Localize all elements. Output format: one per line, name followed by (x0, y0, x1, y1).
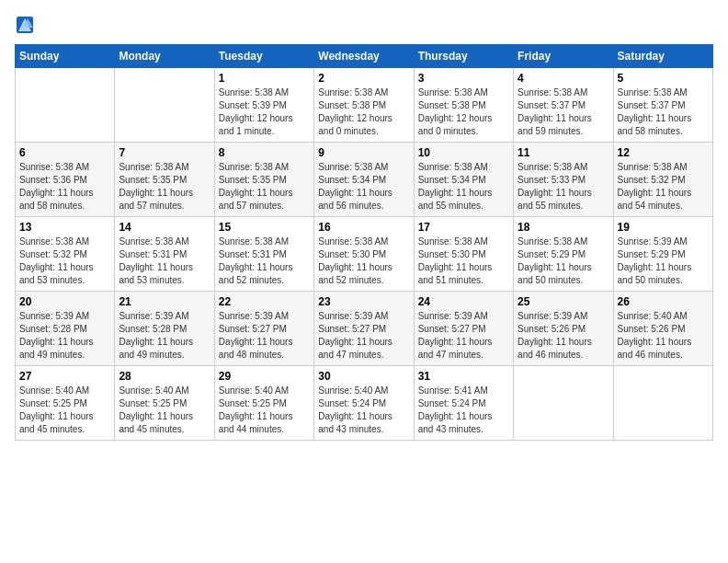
calendar-cell: 30Sunrise: 5:40 AM Sunset: 5:24 PM Dayli… (314, 366, 414, 441)
day-number: 8 (219, 146, 310, 159)
day-number: 26 (618, 295, 709, 308)
calendar-cell: 25Sunrise: 5:39 AM Sunset: 5:26 PM Dayli… (514, 292, 613, 366)
day-number: 31 (418, 370, 509, 383)
day-info: Sunrise: 5:40 AM Sunset: 5:24 PM Dayligh… (318, 385, 409, 436)
calendar-cell: 14Sunrise: 5:38 AM Sunset: 5:31 PM Dayli… (115, 217, 214, 292)
calendar-cell: 26Sunrise: 5:40 AM Sunset: 5:26 PM Dayli… (613, 292, 712, 366)
day-info: Sunrise: 5:38 AM Sunset: 5:35 PM Dayligh… (219, 161, 310, 213)
calendar-cell: 10Sunrise: 5:38 AM Sunset: 5:34 PM Dayli… (414, 143, 513, 217)
day-info: Sunrise: 5:40 AM Sunset: 5:25 PM Dayligh… (119, 385, 210, 436)
day-info: Sunrise: 5:38 AM Sunset: 5:38 PM Dayligh… (418, 86, 509, 138)
day-number: 2 (318, 72, 409, 85)
calendar-cell (115, 68, 214, 143)
day-info: Sunrise: 5:39 AM Sunset: 5:29 PM Dayligh… (618, 236, 709, 287)
day-info: Sunrise: 5:38 AM Sunset: 5:35 PM Dayligh… (119, 161, 210, 213)
day-number: 18 (518, 221, 609, 234)
calendar-cell: 9Sunrise: 5:38 AM Sunset: 5:34 PM Daylig… (314, 143, 414, 217)
calendar-weekday-header: Wednesday (314, 45, 414, 68)
day-number: 27 (19, 370, 110, 383)
day-number: 5 (618, 72, 709, 85)
day-info: Sunrise: 5:39 AM Sunset: 5:28 PM Dayligh… (19, 310, 110, 362)
calendar-cell: 5Sunrise: 5:38 AM Sunset: 5:37 PM Daylig… (613, 68, 712, 143)
calendar-cell: 15Sunrise: 5:38 AM Sunset: 5:31 PM Dayli… (214, 217, 313, 292)
calendar-cell: 12Sunrise: 5:38 AM Sunset: 5:32 PM Dayli… (613, 143, 712, 217)
calendar-cell: 28Sunrise: 5:40 AM Sunset: 5:25 PM Dayli… (115, 366, 214, 441)
day-info: Sunrise: 5:38 AM Sunset: 5:31 PM Dayligh… (119, 236, 210, 287)
calendar-week-row: 6Sunrise: 5:38 AM Sunset: 5:36 PM Daylig… (16, 143, 713, 217)
day-number: 17 (418, 221, 509, 234)
calendar-weekday-header: Sunday (16, 45, 115, 68)
day-number: 15 (219, 221, 310, 234)
day-info: Sunrise: 5:39 AM Sunset: 5:27 PM Dayligh… (418, 310, 509, 362)
day-info: Sunrise: 5:38 AM Sunset: 5:38 PM Dayligh… (318, 86, 409, 138)
day-info: Sunrise: 5:38 AM Sunset: 5:36 PM Dayligh… (19, 161, 110, 213)
day-number: 16 (318, 221, 409, 234)
calendar-cell: 27Sunrise: 5:40 AM Sunset: 5:25 PM Dayli… (16, 366, 115, 441)
calendar-cell: 24Sunrise: 5:39 AM Sunset: 5:27 PM Dayli… (414, 292, 513, 366)
day-number: 1 (219, 72, 310, 85)
day-info: Sunrise: 5:38 AM Sunset: 5:30 PM Dayligh… (318, 236, 409, 287)
calendar-cell: 1Sunrise: 5:38 AM Sunset: 5:39 PM Daylig… (214, 68, 313, 143)
day-number: 21 (119, 295, 210, 308)
calendar-week-row: 1Sunrise: 5:38 AM Sunset: 5:39 PM Daylig… (16, 68, 713, 143)
day-number: 12 (618, 146, 709, 159)
day-number: 4 (518, 72, 609, 85)
day-number: 28 (119, 370, 210, 383)
day-info: Sunrise: 5:39 AM Sunset: 5:27 PM Dayligh… (318, 310, 409, 362)
day-number: 30 (318, 370, 409, 383)
calendar-cell: 11Sunrise: 5:38 AM Sunset: 5:33 PM Dayli… (514, 143, 613, 217)
calendar-weekday-header: Thursday (414, 45, 513, 68)
day-info: Sunrise: 5:38 AM Sunset: 5:29 PM Dayligh… (518, 236, 609, 287)
calendar-cell: 21Sunrise: 5:39 AM Sunset: 5:28 PM Dayli… (115, 292, 214, 366)
day-info: Sunrise: 5:40 AM Sunset: 5:25 PM Dayligh… (219, 385, 310, 436)
calendar-body: 1Sunrise: 5:38 AM Sunset: 5:39 PM Daylig… (16, 68, 713, 441)
calendar-cell: 13Sunrise: 5:38 AM Sunset: 5:32 PM Dayli… (16, 217, 115, 292)
day-info: Sunrise: 5:39 AM Sunset: 5:28 PM Dayligh… (119, 310, 210, 362)
day-number: 7 (119, 146, 210, 159)
calendar-week-row: 27Sunrise: 5:40 AM Sunset: 5:25 PM Dayli… (16, 366, 713, 441)
calendar-cell: 20Sunrise: 5:39 AM Sunset: 5:28 PM Dayli… (16, 292, 115, 366)
day-number: 3 (418, 72, 509, 85)
day-info: Sunrise: 5:38 AM Sunset: 5:39 PM Dayligh… (219, 86, 310, 138)
day-info: Sunrise: 5:38 AM Sunset: 5:32 PM Dayligh… (19, 236, 110, 287)
day-info: Sunrise: 5:38 AM Sunset: 5:32 PM Dayligh… (618, 161, 709, 213)
day-info: Sunrise: 5:38 AM Sunset: 5:37 PM Dayligh… (518, 86, 609, 138)
day-info: Sunrise: 5:38 AM Sunset: 5:33 PM Dayligh… (518, 161, 609, 213)
calendar-cell: 2Sunrise: 5:38 AM Sunset: 5:38 PM Daylig… (314, 68, 414, 143)
calendar-week-row: 13Sunrise: 5:38 AM Sunset: 5:32 PM Dayli… (16, 217, 713, 292)
calendar-cell: 19Sunrise: 5:39 AM Sunset: 5:29 PM Dayli… (613, 217, 712, 292)
calendar-cell: 23Sunrise: 5:39 AM Sunset: 5:27 PM Dayli… (314, 292, 414, 366)
calendar-cell: 16Sunrise: 5:38 AM Sunset: 5:30 PM Dayli… (314, 217, 414, 292)
day-info: Sunrise: 5:38 AM Sunset: 5:31 PM Dayligh… (219, 236, 310, 287)
page-header (15, 15, 713, 35)
day-info: Sunrise: 5:38 AM Sunset: 5:30 PM Dayligh… (418, 236, 509, 287)
calendar-table: SundayMondayTuesdayWednesdayThursdayFrid… (15, 44, 713, 441)
day-number: 6 (19, 146, 110, 159)
day-number: 23 (318, 295, 409, 308)
calendar-cell: 31Sunrise: 5:41 AM Sunset: 5:24 PM Dayli… (414, 366, 513, 441)
day-info: Sunrise: 5:40 AM Sunset: 5:25 PM Dayligh… (19, 385, 110, 436)
day-info: Sunrise: 5:40 AM Sunset: 5:26 PM Dayligh… (618, 310, 709, 362)
day-number: 11 (518, 146, 609, 159)
calendar-cell: 29Sunrise: 5:40 AM Sunset: 5:25 PM Dayli… (214, 366, 313, 441)
calendar-cell (16, 68, 115, 143)
calendar-cell: 3Sunrise: 5:38 AM Sunset: 5:38 PM Daylig… (414, 68, 513, 143)
calendar-weekday-header: Saturday (613, 45, 712, 68)
day-number: 14 (119, 221, 210, 234)
day-info: Sunrise: 5:41 AM Sunset: 5:24 PM Dayligh… (418, 385, 509, 436)
calendar-cell: 6Sunrise: 5:38 AM Sunset: 5:36 PM Daylig… (16, 143, 115, 217)
calendar-cell: 22Sunrise: 5:39 AM Sunset: 5:27 PM Dayli… (214, 292, 313, 366)
day-info: Sunrise: 5:39 AM Sunset: 5:27 PM Dayligh… (219, 310, 310, 362)
calendar-cell: 4Sunrise: 5:38 AM Sunset: 5:37 PM Daylig… (514, 68, 613, 143)
logo-icon (15, 15, 35, 35)
calendar-weekday-header: Tuesday (214, 45, 313, 68)
day-number: 13 (19, 221, 110, 234)
calendar-cell: 8Sunrise: 5:38 AM Sunset: 5:35 PM Daylig… (214, 143, 313, 217)
day-number: 9 (318, 146, 409, 159)
day-number: 10 (418, 146, 509, 159)
calendar-cell: 17Sunrise: 5:38 AM Sunset: 5:30 PM Dayli… (414, 217, 513, 292)
day-number: 29 (219, 370, 310, 383)
day-info: Sunrise: 5:38 AM Sunset: 5:34 PM Dayligh… (318, 161, 409, 213)
calendar-cell: 7Sunrise: 5:38 AM Sunset: 5:35 PM Daylig… (115, 143, 214, 217)
day-number: 22 (219, 295, 310, 308)
